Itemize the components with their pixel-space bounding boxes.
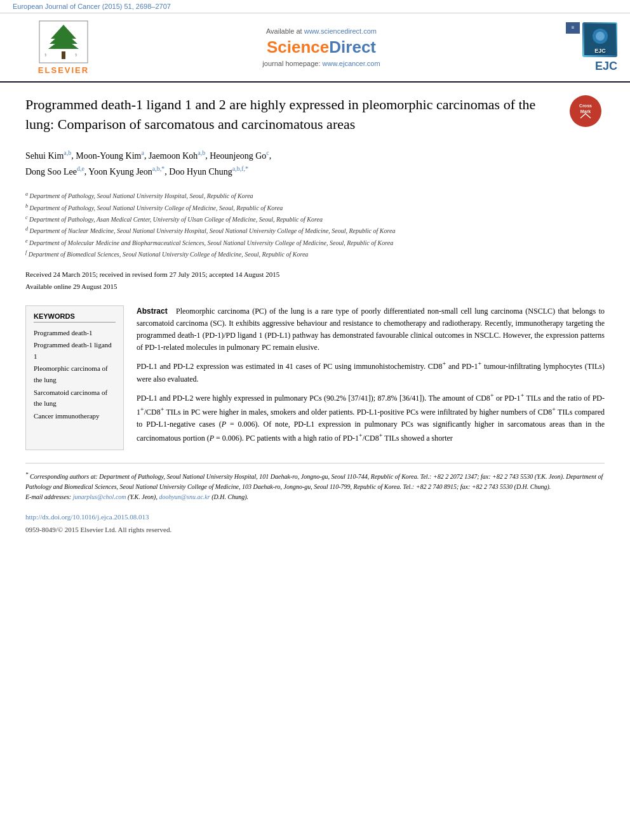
author-yoon-kyung-jeon: Yoon Kyung Jeon — [88, 167, 152, 177]
svg-text:⚕: ⚕ — [75, 53, 77, 58]
author-jaemoon-koh: Jaemoon Koh — [149, 150, 198, 160]
crossmark-circle: Cross Mark — [570, 95, 601, 127]
journal-header: ⚕ ⚕ ELSEVIER Available at www.sciencedir… — [0, 13, 630, 83]
svg-text:Cross: Cross — [579, 103, 592, 108]
author-doo-sup: a,b,f,* — [232, 165, 248, 172]
svg-text:Mark: Mark — [580, 109, 591, 114]
main-content: Programmed death-1 ligand 1 and 2 are hi… — [0, 83, 630, 549]
keyword-5: Cancer immunotherapy — [34, 411, 116, 422]
author-doo-hyun-chung: Doo Hyun Chung — [169, 167, 232, 177]
author-heounjeong-go: Heounjeong Go — [210, 150, 266, 160]
footer-note: * Corresponding authors at: Department o… — [25, 463, 605, 502]
affiliations-section: a Department of Pathology, Seoul Nationa… — [25, 190, 605, 260]
affil-e: e Department of Molecular Medicine and B… — [25, 237, 605, 248]
sciencedirect-header: Available at www.sciencedirect.com Scien… — [114, 27, 528, 67]
sciencedirect-link[interactable]: www.sciencedirect.com — [304, 27, 377, 35]
journal-link[interactable]: www.ejcancer.com — [323, 60, 380, 67]
elsevier-text: ELSEVIER — [38, 65, 89, 75]
affil-b: b Department of Pathology, Seoul Nationa… — [25, 202, 605, 213]
ejc-small-icon1: ≡ — [566, 22, 580, 34]
doi-link: http://dx.doi.org/10.1016/j.ejca.2015.08… — [25, 511, 605, 524]
corresponding-note: * Corresponding authors at: Department o… — [25, 470, 605, 492]
keywords-title: KEYWORDS — [34, 312, 116, 323]
abstract-section: Abstract Pleomorphic carcinoma (PC) of t… — [137, 305, 605, 450]
email-link-2[interactable]: doohyun@snu.ac.kr — [159, 493, 210, 500]
keyword-1: Programmed death-1 — [34, 328, 116, 339]
doi-section: http://dx.doi.org/10.1016/j.ejca.2015.08… — [25, 511, 605, 537]
author-sehui-kim: Sehui Kim — [25, 150, 64, 160]
author-jaemoon-sup: a,b — [198, 149, 205, 156]
keyword-2: Programmed death-1 ligand 1 — [34, 340, 116, 362]
email-link-1[interactable]: junarplus@chol.com — [73, 493, 126, 500]
ejc-logo-box: ≡ EJC EJC — [566, 22, 617, 73]
svg-rect-1 — [62, 51, 65, 59]
top-bar: European Journal of Cancer (2015) 51, 26… — [0, 0, 630, 13]
copyright-text: 0959-8049/© 2015 Elsevier Ltd. All right… — [25, 524, 605, 537]
abstract-para-3: PD-L1 and PD-L2 were highly expressed in… — [137, 390, 605, 445]
received-date: Received 24 March 2015; received in revi… — [25, 269, 605, 281]
author-heounjeong-sup: c — [266, 149, 269, 156]
keywords-abstract-section: KEYWORDS Programmed death-1 Programmed d… — [25, 305, 605, 450]
available-at-text: Available at www.sciencedirect.com — [114, 27, 528, 35]
email-note: E-mail addresses: junarplus@chol.com (Y.… — [25, 492, 605, 502]
article-title-section: Programmed death-1 ligand 1 and 2 are hi… — [25, 95, 605, 135]
doi-anchor[interactable]: http://dx.doi.org/10.1016/j.ejca.2015.08… — [25, 513, 149, 521]
sciencedirect-logo: ScienceDirect — [114, 37, 528, 57]
citation-text: European Journal of Cancer (2015) 51, 26… — [13, 3, 171, 10]
elsevier-tree-icon: ⚕ ⚕ — [38, 20, 89, 64]
affil-d: d Department of Nuclear Medicine, Seoul … — [25, 225, 605, 236]
keywords-box: KEYWORDS Programmed death-1 Programmed d… — [25, 305, 124, 450]
abstract-para-2: PD-L1 and PD-L2 expression was estimated… — [137, 359, 605, 385]
author-moon-sup: a — [141, 149, 144, 156]
abstract-label: Abstract — [137, 307, 168, 316]
article-title: Programmed death-1 ligand 1 and 2 are hi… — [25, 95, 605, 135]
journal-homepage-text: journal homepage: www.ejcancer.com — [114, 60, 528, 67]
affil-f: f Department of Biomedical Sciences, Seo… — [25, 248, 605, 260]
elsevier-logo-area: ⚕ ⚕ ELSEVIER — [13, 20, 114, 75]
svg-point-9 — [596, 32, 605, 41]
keyword-3: Pleomorphic carcinoma of the lung — [34, 363, 116, 385]
crossmark-badge: Cross Mark — [570, 95, 605, 130]
ejc-label: EJC — [595, 60, 617, 73]
ejc-main-logo: EJC — [582, 22, 617, 57]
keyword-4: Sarcomatoid carcinoma of the lung — [34, 387, 116, 410]
ejc-icons: ≡ EJC — [566, 22, 617, 57]
author-dongsoo-sup: d,e — [77, 165, 84, 172]
svg-text:⚕: ⚕ — [44, 53, 47, 58]
affil-c: c Department of Pathology, Asan Medical … — [25, 213, 605, 225]
dates-section: Received 24 March 2015; received in revi… — [25, 269, 605, 292]
author-dong-soo-lee: Dong Soo Lee — [25, 167, 77, 177]
affil-a: a Department of Pathology, Seoul Nationa… — [25, 190, 605, 201]
available-online-date: Available online 29 August 2015 — [25, 281, 605, 293]
author-yoon-sup: a,b,* — [152, 165, 164, 172]
svg-text:EJC: EJC — [594, 48, 606, 54]
author-sehui-sup: a,b — [64, 149, 71, 156]
ejc-logo-area: ≡ EJC EJC — [528, 22, 617, 73]
elsevier-logo: ⚕ ⚕ ELSEVIER — [13, 20, 114, 75]
authors-section: Sehui Kima,b, Moon-Young Kima, Jaemoon K… — [25, 147, 605, 180]
abstract-para-1: Abstract Pleomorphic carcinoma (PC) of t… — [137, 305, 605, 354]
author-moon-young-kim: Moon-Young Kim — [76, 150, 141, 160]
